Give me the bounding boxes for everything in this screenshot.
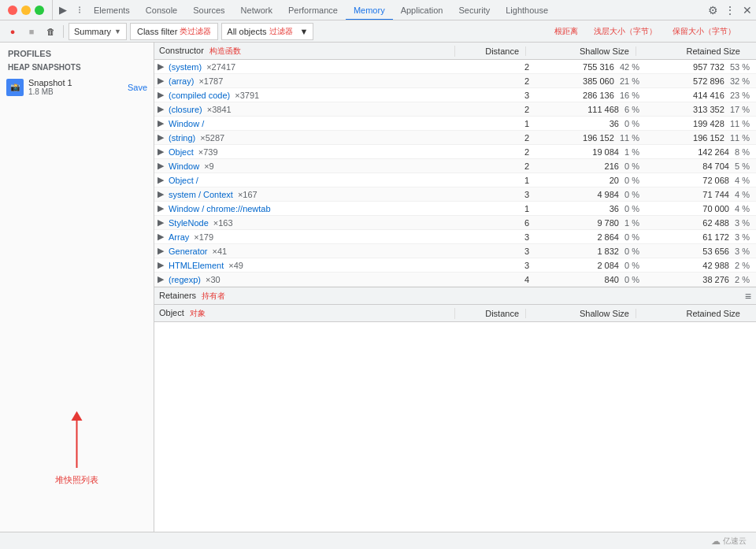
close-devtools-icon[interactable]: ✕ (739, 2, 756, 19)
cell-retained: 71 744 4 % (646, 190, 756, 199)
table-row[interactable]: ▶ Object ×739 2 19 084 1 % 142 264 8 % (154, 145, 756, 159)
constructor-name: Array (169, 232, 189, 242)
tab-application[interactable]: Application (393, 0, 451, 20)
table-row[interactable]: ▶ Window / 1 36 0 % 199 428 11 % (154, 117, 756, 131)
all-objects-filter[interactable]: All objects 过滤器 ▼ (221, 23, 313, 40)
retainers-col-retained: Retained Size (636, 309, 747, 318)
cell-shallow: 36 0 % (536, 119, 646, 128)
constructor-name: Window / (169, 119, 204, 128)
delete-btn[interactable]: 🗑 (43, 24, 58, 39)
retainers-menu-icon[interactable]: ≡ (745, 290, 751, 302)
cell-shallow: 840 0 % (536, 275, 646, 284)
constructor-count: ×167 (238, 190, 258, 199)
tab-sources[interactable]: Sources (185, 0, 232, 20)
row-expander-icon: ▶ (158, 104, 167, 114)
table-row[interactable]: ▶ Window ×9 2 216 0 % 84 704 5 % (154, 159, 756, 173)
devtools-tabs: Elements Console Sources Network Perform… (86, 0, 704, 20)
tab-network[interactable]: Network (233, 0, 280, 20)
table-row[interactable]: ▶ HTMLElement ×49 3 2 084 0 % 42 988 2 % (154, 258, 756, 273)
constructor-name: Window (169, 161, 199, 171)
constructor-count: ×739 (198, 147, 218, 157)
more-options-icon[interactable]: ⋮ (721, 2, 739, 19)
window-maximize-btn[interactable] (35, 6, 44, 15)
constructor-name: Generator (169, 247, 208, 256)
row-expander-icon: ▶ (158, 76, 167, 86)
profiles-title: Profiles (0, 43, 154, 61)
snapshot-save[interactable]: Save (128, 83, 147, 92)
retainers-section: Retainers 持有者 ≡ Object 对象 Distance Shall… (154, 287, 756, 532)
constructor-name: Object / (169, 176, 198, 185)
cell-shallow: 111 468 6 % (536, 105, 646, 114)
constructor-name: (regexp) (169, 275, 201, 284)
table-row[interactable]: ▶ Object / 1 20 0 % 72 068 4 % (154, 173, 756, 187)
snapshot-item[interactable]: 📸 Snapshot 1 1.8 MB Save (0, 75, 154, 99)
cell-shallow: 36 0 % (536, 204, 646, 213)
header-shallow: Shallow Size (526, 46, 636, 56)
table-row[interactable]: ▶ system / Context ×167 3 4 984 0 % 71 7… (154, 187, 756, 202)
settings-icon[interactable]: ⚙ (704, 2, 721, 19)
constructor-name: system / Context (169, 190, 233, 199)
table-row[interactable]: ▶ (string) ×5287 2 196 152 11 % 196 152 … (154, 131, 756, 145)
table-row[interactable]: ▶ (regexp) ×30 4 840 0 % 38 276 2 % (154, 273, 756, 287)
cell-shallow: 2 864 0 % (536, 232, 646, 242)
retainers-table-header: Object 对象 Distance Shallow Size Retained… (154, 305, 756, 322)
constructor-count: ×41 (213, 247, 228, 256)
class-filter-btn[interactable]: Class filter 类过滤器 (130, 23, 218, 40)
cell-retained: 142 264 8 % (646, 147, 756, 157)
table-row[interactable]: ▶ Window / chrome://newtab 1 36 0 % 70 0… (154, 202, 756, 216)
table-row[interactable]: ▶ Array ×179 3 2 864 0 % 61 172 3 % (154, 230, 756, 244)
constructor-name: HTMLElement (169, 261, 224, 270)
retained-col-label: 保留大小（字节） (673, 26, 736, 37)
summary-dropdown[interactable]: Summary ▼ (69, 23, 127, 40)
cell-distance: 2 (465, 62, 536, 72)
tab-lighthouse[interactable]: Lighthouse (498, 0, 556, 20)
table-body[interactable]: ▶ (system) ×27417 2 755 316 42 % 957 732… (154, 60, 756, 287)
cell-distance: 3 (465, 261, 536, 270)
row-expander-icon: ▶ (158, 260, 167, 270)
cell-shallow: 1 832 0 % (536, 247, 646, 256)
table-row[interactable]: ▶ (array) ×1787 2 385 060 21 % 572 896 3… (154, 74, 756, 88)
constructor-count: ×5287 (200, 133, 224, 143)
constructor-count: ×49 (228, 261, 243, 270)
constructor-name: (array) (169, 76, 194, 86)
cell-shallow: 755 316 42 % (536, 62, 646, 72)
window-minimize-btn[interactable] (21, 6, 31, 15)
table-row[interactable]: ▶ (system) ×27417 2 755 316 42 % 957 732… (154, 60, 756, 74)
bottom-bar: ☁ 亿速云 (0, 532, 756, 549)
table-row[interactable]: ▶ (closure) ×3841 2 111 468 6 % 313 352 … (154, 102, 756, 117)
inspect-icon[interactable]: ▶ (53, 0, 73, 20)
constructor-count: ×30 (206, 275, 220, 284)
cell-shallow: 286 136 16 % (536, 91, 646, 100)
table-row[interactable]: ▶ (compiled code) ×3791 3 286 136 16 % 4… (154, 88, 756, 102)
retainers-col-object: Object 对象 (154, 308, 455, 319)
device-toggle-icon[interactable]: ⁝ (73, 0, 86, 20)
constructor-count: ×179 (194, 232, 213, 242)
tab-memory[interactable]: Memory (346, 0, 393, 20)
cell-shallow: 196 152 11 % (536, 133, 646, 143)
cell-retained: 70 000 4 % (646, 204, 756, 213)
tab-security[interactable]: Security (450, 0, 498, 20)
retainers-body[interactable] (154, 322, 756, 532)
cell-distance: 2 (465, 161, 536, 171)
row-expander-icon: ▶ (158, 274, 167, 284)
constructor-name: StyleNode (169, 218, 209, 228)
window-close-btn[interactable] (8, 6, 17, 15)
retainers-title-cn: 持有者 (202, 291, 225, 300)
cell-retained: 62 488 3 % (646, 218, 756, 228)
record-btn[interactable]: ● (5, 24, 20, 39)
snapshot-size: 1.8 MB (28, 87, 123, 96)
tab-console[interactable]: Console (138, 0, 185, 20)
row-expander-icon: ▶ (158, 175, 167, 185)
constructor-count: ×3791 (235, 91, 259, 100)
tab-performance[interactable]: Performance (280, 0, 346, 20)
tab-elements[interactable]: Elements (86, 0, 138, 20)
table-row[interactable]: ▶ StyleNode ×163 6 9 780 1 % 62 488 3 % (154, 216, 756, 230)
stop-btn[interactable]: ■ (24, 24, 39, 39)
table-row[interactable]: ▶ Generator ×41 3 1 832 0 % 53 656 3 % (154, 244, 756, 258)
cell-shallow: 20 0 % (536, 176, 646, 185)
snapshot-info: Snapshot 1 1.8 MB (28, 78, 123, 96)
cell-shallow: 9 780 1 % (536, 218, 646, 228)
cell-retained: 313 352 17 % (646, 105, 756, 114)
cell-retained: 84 704 5 % (646, 161, 756, 171)
header-retained: Retained Size (636, 46, 747, 56)
